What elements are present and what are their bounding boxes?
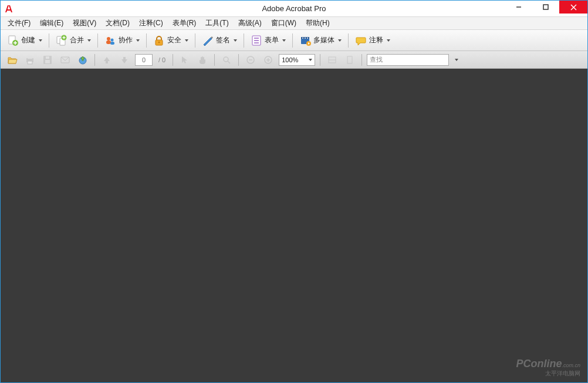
save-disk-icon [42,55,53,65]
secondary-toolbar: / 0 100% 查找 [1,51,587,69]
menu-forms[interactable]: 表单(R) [168,17,201,29]
zoom-select[interactable]: 100% [279,54,315,66]
watermark: PConline.com.cn 太平洋电脑网 [516,358,580,377]
comment-label: 注释 [369,35,383,45]
svg-point-19 [158,41,160,43]
zoom-value: 100% [282,56,298,63]
menubar: 文件(F) 编辑(E) 视图(V) 文档(D) 注释(C) 表单(R) 工具(T… [1,17,587,30]
separator [244,33,244,48]
watermark-sub: 太平洋电脑网 [516,370,580,377]
prev-page-button[interactable] [100,53,114,67]
close-button[interactable] [559,1,587,14]
dropdown-caret-icon [282,39,286,42]
minimize-button[interactable] [505,1,532,14]
separator [214,54,215,66]
svg-rect-15 [106,41,111,44]
plus-circle-icon [263,55,273,65]
print-button[interactable] [23,53,37,67]
collaborate-icon [104,35,116,46]
secure-lock-icon [153,35,165,46]
separator [348,33,349,48]
comment-button[interactable]: 注释 [352,32,393,49]
comment-bubble-icon [355,35,367,46]
separator [146,33,147,48]
sign-button[interactable]: 签名 [199,32,240,49]
open-button[interactable] [5,53,19,67]
dropdown-caret-icon [234,39,237,42]
multimedia-button[interactable]: 多媒体 [296,32,344,49]
arrow-up-icon [102,55,111,65]
upload-button[interactable] [76,53,90,67]
dropdown-caret-icon [185,39,188,42]
svg-point-14 [107,37,110,41]
svg-point-38 [224,57,228,62]
document-area: PConline.com.cn 太平洋电脑网 [1,69,587,382]
fit-page-button[interactable] [343,53,357,67]
menu-view[interactable]: 视图(V) [68,17,101,29]
window-controls [505,1,587,14]
page-total-label: / 0 [156,56,168,63]
fit-page-icon [345,55,354,65]
collaborate-button[interactable]: 协作 [102,32,143,49]
separator [49,33,49,48]
printer-icon [25,55,35,65]
forms-icon [251,35,262,46]
separator [361,54,362,66]
separator [292,33,293,48]
zoom-in-button[interactable] [261,53,275,67]
menu-window[interactable]: 窗口(W) [266,17,301,29]
multimedia-label: 多媒体 [313,35,334,45]
menu-advanced[interactable]: 高级(A) [234,17,266,29]
menu-tools[interactable]: 工具(T) [201,17,233,29]
forms-label: 表单 [265,35,279,45]
titlebar: Adobe Acrobat Pro [1,1,587,17]
svg-rect-26 [302,38,303,39]
hand-tool-button[interactable] [195,53,209,67]
fit-width-icon [327,55,337,65]
multimedia-film-icon [299,35,311,46]
search-placeholder: 查找 [370,55,383,64]
svg-rect-32 [28,61,32,64]
zoom-out-button[interactable] [244,53,258,67]
page-number-input[interactable] [135,54,153,66]
menu-file[interactable]: 文件(F) [3,17,35,29]
create-button[interactable]: 创建 [4,32,45,49]
main-toolbar: 创建 合并 协作 安全 [1,30,587,51]
menu-document[interactable]: 文档(D) [101,17,134,29]
collaborate-label: 协作 [119,35,133,45]
merge-button[interactable]: 合并 [53,32,94,49]
next-page-button[interactable] [117,53,131,67]
hand-icon [198,55,207,65]
search-dropdown-caret-icon[interactable] [455,59,458,61]
watermark-main: PConline [516,358,562,369]
fit-width-button[interactable] [325,53,339,67]
window-title: Adobe Acrobat Pro [1,4,587,13]
dropdown-caret-icon [39,39,42,42]
merge-label: 合并 [70,35,84,45]
email-button[interactable] [58,53,72,67]
folder-open-icon [7,55,18,65]
sign-pen-icon [202,35,214,46]
svg-rect-35 [46,56,49,59]
envelope-icon [60,55,70,65]
dropdown-caret-icon [387,39,390,42]
menu-edit[interactable]: 编辑(E) [35,17,68,29]
separator [238,54,239,66]
cursor-select-icon [180,55,190,65]
merge-icon [56,35,67,46]
menu-help[interactable]: 帮助(H) [301,17,334,29]
separator [94,54,95,66]
search-input[interactable]: 查找 [367,54,449,66]
secure-button[interactable]: 安全 [150,32,191,49]
select-tool-button[interactable] [178,53,192,67]
separator [195,33,195,48]
marquee-zoom-button[interactable] [219,53,234,67]
forms-button[interactable]: 表单 [248,32,289,49]
magnifier-icon [222,55,231,65]
menu-comments[interactable]: 注释(C) [134,17,168,29]
maximize-button[interactable] [532,1,559,14]
separator [97,33,98,48]
svg-rect-28 [307,38,308,39]
secure-label: 安全 [167,35,181,45]
save-button[interactable] [40,53,55,67]
